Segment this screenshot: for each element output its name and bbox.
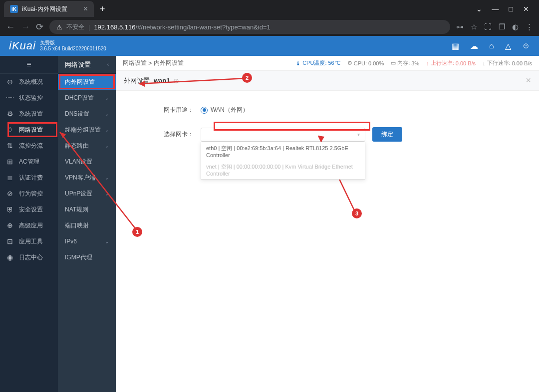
dropdown-option[interactable]: eth0 | 空闲 | 00:e2:69:5b:3a:64 | Realtek … (201, 142, 365, 161)
star-icon[interactable]: ☆ (471, 22, 477, 31)
window-controls: ⌄ — □ ✕ (476, 5, 535, 13)
menu-icon: ⊙ (6, 78, 14, 86)
new-tab-button[interactable]: + (100, 4, 105, 14)
menu-icon: ◉ (6, 253, 14, 261)
extensions-icon[interactable]: ❐ (499, 22, 505, 31)
sidebar1-item[interactable]: ⊡应用工具 (0, 233, 58, 249)
screen-icon[interactable]: ⛶ (484, 22, 492, 31)
sidebar1-item[interactable]: ⛨安全设置 (0, 201, 58, 217)
sidebar2-item[interactable]: DNS设置⌄ (58, 106, 116, 122)
status-strip: 🌡 CPU温度: 56℃ ⚙ CPU: 0.00% ▭ 内存: 3% ↑ 上行速… (295, 59, 532, 67)
menu-icon: ⛨ (6, 205, 14, 213)
close-tab-icon[interactable]: × (83, 4, 88, 13)
menu-icon[interactable]: ⋮ (526, 22, 533, 31)
sidebar2-item[interactable]: 终端分组设置⌄ (58, 122, 116, 138)
sidebar1-item[interactable]: ⊘行为管控 (0, 186, 58, 201)
tab-bar: iK iKuai-内外网设置 × + ⌄ — □ ✕ (0, 0, 539, 18)
tab-title: iKuai-内外网设置 (22, 5, 67, 13)
sidebar2-item[interactable]: 端口映射 (58, 217, 116, 233)
cloud-icon[interactable]: ☁ (470, 41, 478, 51)
address-bar: ← → ⟳ ⚠ 不安全 | 192.168.5.116/#/network-se… (0, 18, 539, 36)
apps-icon[interactable]: ▦ (452, 41, 459, 51)
chevron-down-icon: ⌄ (105, 239, 109, 244)
chevron-down-icon: ⌄ (105, 191, 109, 196)
browser-chrome: iK iKuai-内外网设置 × + ⌄ — □ ✕ ← → ⟳ ⚠ 不安全 |… (0, 0, 539, 36)
version-label: 免费版 (40, 40, 106, 46)
sidebar1-item[interactable]: ⊕高级应用 (0, 217, 58, 233)
browser-tab[interactable]: iK iKuai-内外网设置 × (4, 1, 94, 17)
sidebar1-item[interactable]: ◉日志中心 (0, 249, 58, 265)
sidebar2-item[interactable]: VPN客户端⌄ (58, 170, 116, 186)
favicon: iK (10, 5, 18, 13)
nic-select[interactable]: ▾ (201, 128, 365, 142)
bell-icon[interactable]: △ (505, 41, 511, 51)
sidebar1-item[interactable]: ⊞AC管理 (0, 154, 58, 170)
profile-icon[interactable]: ◐ (512, 22, 519, 31)
sidebar2-item[interactable]: DHCP设置⌄ (58, 90, 116, 106)
key-icon[interactable]: ⊶ (456, 22, 464, 31)
chevron-down-icon: ⌄ (105, 95, 109, 101)
menu-icon: ⇅ (6, 142, 14, 150)
home-icon[interactable]: ⌂ (489, 41, 494, 51)
select-nic-label: 选择网卡： (146, 130, 201, 139)
url-input[interactable]: ⚠ 不安全 | 192.168.5.116/#/network-setting/… (49, 20, 450, 34)
sidebar1-item[interactable]: ≣认证计费 (0, 170, 58, 186)
chevron-down-icon: ⌄ (105, 143, 109, 149)
page-title: 外网设置 (124, 76, 150, 85)
menu-icon: ♢ (6, 126, 14, 134)
watermark: 值 什么值得买 (464, 365, 529, 382)
user-icon[interactable]: ☺ (522, 41, 530, 51)
bind-button[interactable]: 绑定 (372, 127, 402, 142)
breadcrumb: 网络设置 > 内外网设置 🌡 CPU温度: 56℃ ⚙ CPU: 0.00% ▭… (116, 56, 539, 71)
app-header: iKuai 免费版 3.6.5 x64 Build202206011520 ▦ … (0, 36, 539, 56)
add-icon[interactable]: ⊕ (173, 77, 179, 85)
sidebar-toggle[interactable]: ≡ (0, 56, 58, 74)
dropdown-option[interactable]: vnet | 空闲 | 00:00:00:00:00:00 | Kvm Virt… (201, 161, 365, 179)
secondary-sidebar: 网络设置‹ 内外网设置DHCP设置⌄DNS设置⌄终端分组设置⌄静态路由⌄VLAN… (58, 56, 116, 392)
nic-usage-label: 网卡用途： (146, 106, 201, 114)
menu-icon: ⊡ (6, 237, 14, 245)
sidebar2-title: 网络设置‹ (58, 56, 116, 74)
chevron-down-icon: ⌄ (105, 127, 109, 133)
minimize-icon[interactable]: — (492, 5, 499, 13)
interface-name: wan1 (154, 77, 170, 84)
form: 网卡用途： WAN（外网） 选择网卡： ▾ eth0 | 空闲 | 00:e2:… (116, 91, 539, 170)
annotation-3: 3 (352, 208, 362, 218)
wan-radio[interactable]: WAN（外网） (201, 106, 249, 114)
menu-icon: ⚙ (6, 110, 14, 118)
logo: iKuai (9, 39, 36, 52)
menu-icon: ≣ (6, 174, 14, 182)
sidebar1-item[interactable]: 〰状态监控 (0, 90, 58, 106)
security-label: 不安全 (66, 23, 84, 31)
sidebar1-item[interactable]: ⊙系统概况 (0, 74, 58, 90)
chevron-down-icon[interactable]: ⌄ (476, 5, 482, 13)
sidebar2-item[interactable]: UPnP设置⌄ (58, 186, 116, 201)
sidebar2-item[interactable]: IPv6⌄ (58, 233, 116, 249)
content-area: 网络设置 > 内外网设置 🌡 CPU温度: 56℃ ⚙ CPU: 0.00% ▭… (116, 56, 539, 392)
chevron-down-icon: ⌄ (105, 111, 109, 117)
sidebar2-item[interactable]: 内外网设置 (58, 74, 116, 90)
chevron-down-icon: ▾ (357, 132, 360, 137)
menu-icon: ⊘ (6, 190, 14, 197)
reload-button[interactable]: ⟳ (36, 21, 43, 32)
back-button[interactable]: ← (6, 22, 15, 32)
sidebar2-item[interactable]: IGMP代理 (58, 249, 116, 265)
sidebar2-item[interactable]: NAT规则 (58, 201, 116, 217)
menu-icon: ⊞ (6, 158, 14, 166)
sidebar1-item[interactable]: ♢网络设置 (0, 122, 58, 138)
warning-icon: ⚠ (56, 23, 62, 31)
menu-icon: ⊕ (6, 221, 14, 229)
sidebar1-item[interactable]: ⚙系统设置 (0, 106, 58, 122)
maximize-icon[interactable]: □ (509, 5, 513, 13)
sidebar2-item[interactable]: VLAN设置 (58, 154, 116, 170)
sidebar2-item[interactable]: 静态路由⌄ (58, 138, 116, 154)
close-window-icon[interactable]: ✕ (523, 5, 529, 13)
page-title-bar: 外网设置 wan1 ⊕ × (116, 71, 539, 91)
close-icon[interactable]: × (526, 75, 531, 86)
radio-icon (201, 107, 208, 114)
nic-dropdown: eth0 | 空闲 | 00:e2:69:5b:3a:64 | Realtek … (201, 142, 365, 180)
chevron-down-icon: ⌄ (105, 175, 109, 181)
sidebar1-item[interactable]: ⇅流控分流 (0, 138, 58, 154)
forward-button[interactable]: → (21, 22, 30, 32)
annotation-2: 2 (242, 73, 252, 83)
